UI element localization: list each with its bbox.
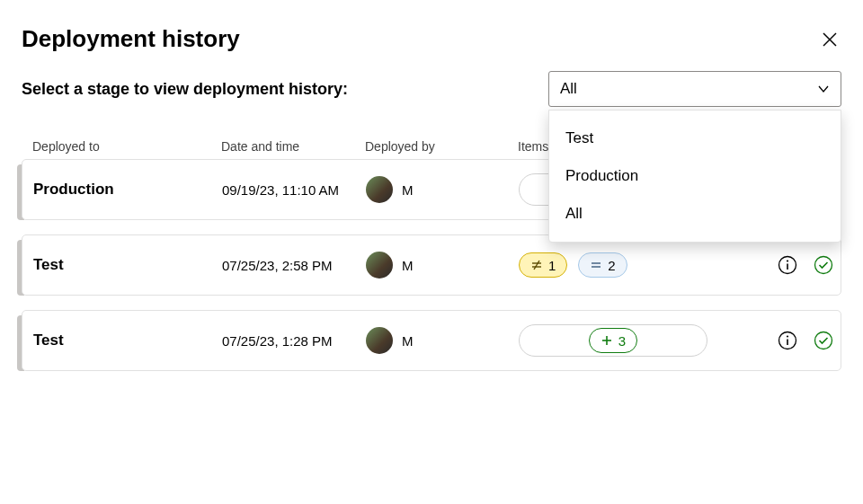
info-button[interactable] bbox=[778, 331, 797, 350]
svg-line-8 bbox=[534, 261, 539, 270]
info-button[interactable] bbox=[778, 255, 797, 275]
avatar bbox=[366, 176, 393, 203]
info-icon bbox=[778, 331, 797, 350]
chevron-down-icon bbox=[817, 83, 830, 95]
col-deployed-to: Deployed to bbox=[32, 139, 221, 154]
svg-point-18 bbox=[787, 335, 788, 337]
deployed-by-name: M bbox=[402, 333, 414, 349]
equal-icon bbox=[590, 259, 602, 271]
plus-icon bbox=[601, 334, 613, 347]
date-time-cell: 07/25/23, 1:28 PM bbox=[222, 333, 366, 349]
items-badge-container: 3 bbox=[519, 324, 707, 357]
same-count: 2 bbox=[608, 258, 615, 273]
deployed-to-cell: Production bbox=[33, 181, 222, 199]
filter-label: Select a stage to view deployment histor… bbox=[22, 80, 348, 99]
date-time-cell: 09/19/23, 11:10 AM bbox=[222, 182, 366, 198]
col-deployed-by: Deployed by bbox=[365, 139, 518, 154]
page-title: Deployment history bbox=[22, 25, 240, 53]
checkmark-circle-icon bbox=[814, 331, 833, 350]
status-cell bbox=[752, 331, 851, 350]
deployed-to-cell: Test bbox=[33, 256, 222, 274]
new-pill[interactable]: 3 bbox=[589, 328, 637, 353]
avatar bbox=[366, 252, 393, 279]
checkmark-circle-icon bbox=[814, 255, 833, 275]
stage-filter-menu: Test Production All bbox=[548, 110, 841, 243]
deployed-to-cell: Test bbox=[33, 332, 222, 349]
dropdown-item-all[interactable]: All bbox=[549, 195, 841, 233]
success-status bbox=[814, 255, 833, 275]
deployed-by-cell: M bbox=[366, 327, 519, 354]
items-cell: 1 2 bbox=[519, 252, 752, 278]
date-time-cell: 07/25/23, 2:58 PM bbox=[222, 258, 366, 273]
svg-point-14 bbox=[815, 257, 832, 274]
diff-pill[interactable]: 1 bbox=[519, 252, 567, 278]
not-equal-icon bbox=[530, 259, 543, 271]
close-icon bbox=[822, 31, 838, 48]
items-cell: 3 bbox=[519, 324, 752, 357]
info-icon bbox=[778, 255, 797, 275]
svg-point-12 bbox=[787, 260, 788, 261]
deployed-by-cell: M bbox=[366, 176, 519, 203]
stage-filter-value: All bbox=[560, 80, 577, 98]
col-date-time: Date and time bbox=[221, 139, 365, 154]
success-status bbox=[814, 331, 833, 350]
avatar bbox=[366, 327, 393, 354]
deployed-by-name: M bbox=[402, 182, 414, 198]
new-count: 3 bbox=[618, 333, 626, 349]
table-row[interactable]: Test 07/25/23, 1:28 PM M 3 bbox=[22, 310, 841, 371]
dropdown-item-production[interactable]: Production bbox=[549, 157, 841, 195]
stage-filter-select[interactable]: All bbox=[548, 71, 841, 107]
dropdown-item-test[interactable]: Test bbox=[549, 119, 841, 157]
deployed-by-cell: M bbox=[366, 252, 519, 279]
svg-point-20 bbox=[815, 332, 832, 349]
deployed-by-name: M bbox=[402, 258, 414, 273]
table-row[interactable]: Test 07/25/23, 2:58 PM M 1 2 bbox=[22, 234, 841, 296]
status-cell bbox=[752, 255, 851, 275]
same-pill[interactable]: 2 bbox=[578, 252, 627, 278]
diff-count: 1 bbox=[548, 258, 556, 273]
close-button[interactable] bbox=[818, 28, 841, 51]
